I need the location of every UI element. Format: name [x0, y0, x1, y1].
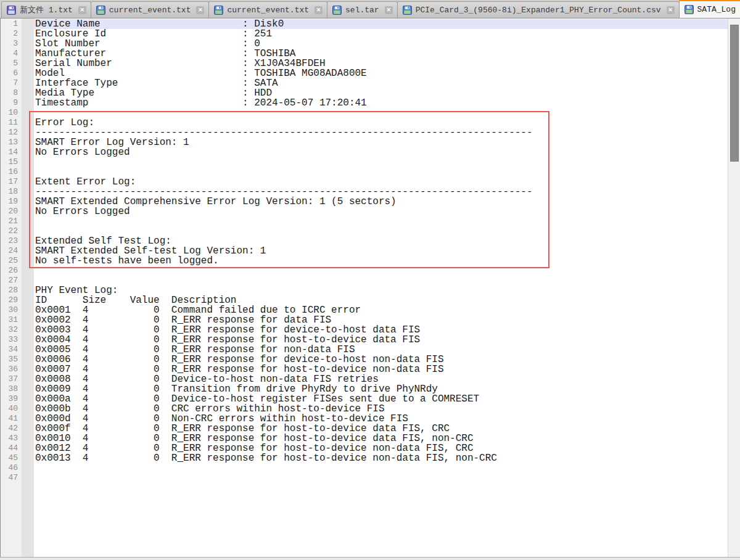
- line-number: 45: [1, 453, 22, 463]
- editor-line[interactable]: Media Type : HDD: [34, 88, 728, 98]
- line-number: 30: [1, 305, 22, 315]
- editor-line[interactable]: [34, 463, 728, 473]
- editor-line[interactable]: [34, 108, 728, 118]
- editor-line[interactable]: Device Name : Disk0: [34, 19, 728, 29]
- tab-4[interactable]: sel.tar✕: [327, 1, 398, 18]
- vertical-scrollbar[interactable]: [728, 19, 740, 557]
- tab-label: PCIe_Card_3_(9560-8i)_Expander1_PHY_Erro…: [416, 6, 661, 15]
- bookmark-margin[interactable]: [22, 19, 34, 557]
- line-number: 16: [1, 167, 22, 177]
- editor-line[interactable]: Extent Error Log:: [34, 177, 728, 187]
- line-number: 20: [1, 207, 22, 216]
- close-tab-icon[interactable]: ✕: [385, 6, 393, 14]
- line-number: 29: [1, 295, 22, 305]
- line-number: 17: [1, 177, 22, 187]
- editor-line[interactable]: 0x0012 4 0 R_ERR response for host-to-de…: [34, 443, 728, 453]
- line-number: 12: [1, 128, 22, 138]
- tab-3[interactable]: current_event.txt✕: [208, 1, 327, 18]
- tab-6[interactable]: SATA_Log✕: [679, 0, 740, 18]
- editor-line[interactable]: 0x000d 4 0 Non-CRC errors within host-to…: [34, 414, 728, 424]
- editor-line[interactable]: [34, 167, 728, 177]
- editor-line[interactable]: Manufacturer : TOSHIBA: [34, 49, 728, 59]
- tab-1[interactable]: 新文件 1.txt✕: [1, 1, 91, 18]
- tab-5[interactable]: PCIe_Card_3_(9560-8i)_Expander1_PHY_Erro…: [397, 1, 680, 18]
- line-number: 26: [1, 266, 22, 276]
- editor-line[interactable]: 0x0007 4 0 R_ERR response for host-to-de…: [34, 364, 728, 374]
- editor-line[interactable]: SMART Extended Comprehensive Error Log V…: [34, 197, 728, 207]
- editor-line[interactable]: 0x0006 4 0 R_ERR response for device-to-…: [34, 355, 728, 364]
- editor-line[interactable]: 0x0010 4 0 R_ERR response for host-to-de…: [34, 434, 728, 443]
- line-number: 6: [1, 68, 22, 78]
- line-number: 43: [1, 434, 22, 443]
- editor-line[interactable]: Extended Self Test Log:: [34, 236, 728, 246]
- editor-line[interactable]: ----------------------------------------…: [34, 187, 728, 197]
- line-number: 38: [1, 384, 22, 394]
- tab-label: current_event.txt: [109, 6, 191, 15]
- editor-line[interactable]: [34, 473, 728, 483]
- editor-line[interactable]: [34, 266, 728, 276]
- editor-line[interactable]: Model : TOSHIBA MG08ADA800E: [34, 68, 728, 78]
- line-number: 41: [1, 414, 22, 424]
- line-number: 37: [1, 374, 22, 384]
- editor-line[interactable]: Serial Number : X1J0A34BFDEH: [34, 59, 728, 68]
- line-number: 44: [1, 443, 22, 453]
- editor-line[interactable]: 0x0005 4 0 R_ERR response for non-data F…: [34, 345, 728, 355]
- line-number: 28: [1, 286, 22, 295]
- editor-line[interactable]: Interface Type : SATA: [34, 78, 728, 88]
- close-tab-icon[interactable]: ✕: [314, 6, 323, 14]
- line-number: 23: [1, 236, 22, 246]
- line-number: 2: [1, 29, 22, 39]
- line-number: 42: [1, 424, 22, 434]
- editor-line[interactable]: 0x0013 4 0 R_ERR response for host-to-de…: [34, 453, 728, 463]
- tab-2[interactable]: current_event.txt✕: [91, 1, 210, 18]
- editor-line[interactable]: [34, 276, 728, 286]
- line-number: 32: [1, 325, 22, 335]
- editor-line[interactable]: SMART Extended Self-test Log Version: 1: [34, 246, 728, 256]
- editor-line[interactable]: 0x0001 4 0 Command failed due to ICRC er…: [34, 305, 728, 315]
- editor-line[interactable]: ID Size Value Description: [34, 295, 728, 305]
- line-number: 11: [1, 118, 22, 128]
- editor-line[interactable]: [34, 216, 728, 226]
- text-area[interactable]: Device Name : Disk0Enclosure Id : 251Slo…: [34, 19, 728, 557]
- editor-line[interactable]: 0x000a 4 0 Device-to-host register FISes…: [34, 394, 728, 404]
- floppy-blue-icon: [96, 6, 105, 15]
- line-number: 18: [1, 187, 22, 197]
- line-number-gutter: 1234567891011121314151617181920212223242…: [1, 19, 22, 557]
- editor-line[interactable]: Slot Number : 0: [34, 39, 728, 49]
- editor-line[interactable]: Error Log:: [34, 118, 728, 128]
- line-number: 40: [1, 404, 22, 414]
- editor-line[interactable]: 0x0009 4 0 Transition from drive PhyRdy …: [34, 384, 728, 394]
- scrollbar-thumb[interactable]: [730, 25, 739, 162]
- editor-line[interactable]: 0x0003 4 0 R_ERR response for device-to-…: [34, 325, 728, 335]
- text-editor-window: 新文件 1.txt✕current_event.txt✕current_even…: [0, 0, 740, 560]
- editor-line[interactable]: No Errors Logged: [34, 207, 728, 216]
- editor-line[interactable]: SMART Error Log Version: 1: [34, 138, 728, 147]
- line-number: 39: [1, 394, 22, 404]
- floppy-blue-icon: [684, 5, 694, 14]
- floppy-blue-icon: [332, 6, 342, 15]
- editor-line[interactable]: Timestamp : 2024-05-07 17:20:41: [34, 98, 728, 108]
- editor-line[interactable]: ----------------------------------------…: [34, 128, 728, 138]
- close-tab-icon[interactable]: ✕: [667, 6, 675, 14]
- editor-line[interactable]: 0x0002 4 0 R_ERR response for data FIS: [34, 315, 728, 325]
- editor-line[interactable]: 0x000f 4 0 R_ERR response for host-to-de…: [34, 424, 728, 434]
- editor-line[interactable]: No self-tests have been logged.: [34, 256, 728, 266]
- tab-label: SATA_Log: [697, 5, 736, 14]
- line-number: 25: [1, 256, 22, 266]
- editor-line[interactable]: [34, 226, 728, 236]
- editor-line[interactable]: PHY Event Log:: [34, 286, 728, 295]
- line-number: 4: [1, 49, 22, 59]
- editor-area: 1234567891011121314151617181920212223242…: [0, 19, 740, 557]
- close-tab-icon[interactable]: ✕: [196, 6, 204, 14]
- editor-line[interactable]: Enclosure Id : 251: [34, 29, 728, 39]
- editor-line[interactable]: 0x000b 4 0 CRC errors within host-to-dev…: [34, 404, 728, 414]
- close-tab-icon[interactable]: ✕: [78, 6, 86, 14]
- editor-line[interactable]: 0x0008 4 0 Device-to-host non-data FIS r…: [34, 374, 728, 384]
- line-number: 3: [1, 39, 22, 49]
- floppy-blue-icon: [214, 6, 223, 15]
- line-number: 7: [1, 78, 22, 88]
- editor-line[interactable]: No Errors Logged: [34, 147, 728, 157]
- editor-line[interactable]: 0x0004 4 0 R_ERR response for host-to-de…: [34, 335, 728, 345]
- editor-line[interactable]: [34, 157, 728, 167]
- line-number: 24: [1, 246, 22, 256]
